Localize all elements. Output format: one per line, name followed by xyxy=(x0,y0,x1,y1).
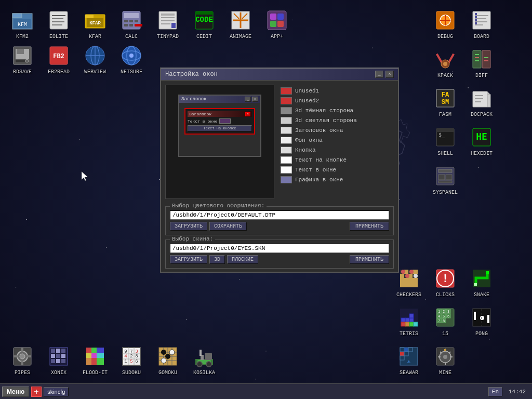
svg-rect-207 xyxy=(400,348,404,352)
desktop-icon-diff[interactable]: DIFF xyxy=(463,43,500,82)
desktop-icon-netsurf[interactable]: NETSURF xyxy=(113,39,150,78)
preview-button[interactable]: Текст на кнопке xyxy=(188,125,252,131)
svg-text:⚓: ⚓ xyxy=(407,360,410,365)
svg-point-147 xyxy=(169,350,175,355)
desktop-icon-snake[interactable]: SNAKE xyxy=(463,262,500,301)
svg-rect-176 xyxy=(401,318,405,322)
desktop-icon-floodit[interactable]: FLOOD-IT xyxy=(77,340,113,379)
desktop-icon-webview[interactable]: WEBVIEW xyxy=(77,39,113,78)
desktop-icon-mine[interactable]: MINE xyxy=(427,340,463,379)
color-item-window-bg[interactable]: Фон окна xyxy=(280,136,394,144)
skin-apply-button[interactable]: ПРИМЕНИТЬ xyxy=(350,255,389,264)
color-item-3d-dark[interactable]: 3d тёмная сторона xyxy=(280,107,394,115)
svg-rect-115 xyxy=(86,348,91,353)
desktop-icon-pipes[interactable]: PIPES xyxy=(4,340,41,379)
color-item-3d-light[interactable]: 3d светлая сторона xyxy=(280,116,394,125)
desktop-icon-kpack[interactable]: KPACK xyxy=(427,43,463,82)
svg-text:!: ! xyxy=(442,273,448,286)
svg-rect-118 xyxy=(86,353,91,358)
skin-flat-button[interactable]: ПЛОСКИЕ xyxy=(227,255,258,264)
color-swatch-window-bg xyxy=(281,137,292,144)
svg-rect-29 xyxy=(195,11,213,15)
svg-rect-72 xyxy=(473,50,481,68)
color-name-3d-light: 3d светлая сторона xyxy=(295,117,357,124)
svg-rect-39 xyxy=(277,21,284,27)
color-item-graphics[interactable]: Графика в окне xyxy=(280,176,394,184)
dialog-close-button[interactable]: × xyxy=(385,71,394,78)
desktop-icon-15[interactable]: 1 2 3 4 5 6 7 8 15 xyxy=(427,301,463,340)
skin-section-buttons: ЗАГРУЗИТЬ 3D ПЛОСКИЕ ПРИМЕНИТЬ xyxy=(170,255,389,264)
desktop-icon-sudoku[interactable]: 9 7 3 4 2 8 1 5 6 SUDOKU xyxy=(113,340,150,379)
desktop-icon-docpack[interactable]: DOCPACK xyxy=(463,82,500,121)
svg-rect-26 xyxy=(171,23,176,28)
desktop-icon-kosilka[interactable]: KOSILKA xyxy=(186,340,222,379)
skin-input[interactable] xyxy=(170,244,389,253)
fasm-label: FASM xyxy=(439,112,451,117)
color-save-button[interactable]: СОХРАНИТЬ xyxy=(209,222,247,231)
taskbar-language[interactable]: En xyxy=(488,387,502,396)
animage-label: ANIMAGE xyxy=(230,34,251,39)
skin-3d-button[interactable]: 3D xyxy=(209,255,225,264)
color-load-button[interactable]: ЗАГРУЗИТЬ xyxy=(170,222,207,231)
preview-outer-titlebar: Заголовок _ × xyxy=(179,96,260,103)
desktop-icon-rdsave[interactable]: RDSAVE xyxy=(4,39,41,78)
color-item-unused1[interactable]: Unused1 xyxy=(280,87,394,95)
desktop-icon-debug[interactable]: DEBUG xyxy=(427,4,463,43)
color-apply-button[interactable]: ПРИМЕНИТЬ xyxy=(350,222,389,231)
desktop-icon-animage[interactable]: ANIMAGE xyxy=(222,4,259,43)
tetris-icon xyxy=(396,305,421,330)
start-menu-button[interactable]: Меню xyxy=(2,387,29,397)
color-swatch-3d-light xyxy=(281,117,292,124)
taskbar-indicator[interactable] xyxy=(31,387,42,397)
desktop-icon-clicks[interactable]: ! CLICKS xyxy=(427,262,463,301)
color-section-label: Выбор цветового оформления: xyxy=(170,203,267,209)
color-item-button-text[interactable]: Текст на кнопке xyxy=(280,156,394,164)
desktop-icon-cedit[interactable]: CODE CEDIT xyxy=(186,4,222,43)
svg-rect-73 xyxy=(482,50,490,68)
desktop-icon-board[interactable]: BOARD xyxy=(463,4,500,43)
preview-min-btn[interactable]: _ xyxy=(245,97,251,102)
svg-rect-107 xyxy=(56,349,60,353)
sudoku-label: SUDOKU xyxy=(122,370,141,376)
svg-rect-120 xyxy=(97,353,104,358)
svg-text:CODE: CODE xyxy=(195,16,213,24)
svg-text:4: 4 xyxy=(124,354,127,359)
desktop-icon-fasm[interactable]: FA SM FASM xyxy=(427,82,463,121)
active-app-button[interactable]: skincfg xyxy=(44,387,69,396)
snake-icon xyxy=(469,266,494,291)
desktop-icon-tetris[interactable]: TETRIS xyxy=(391,301,427,340)
color-item-window-text[interactable]: Текст в окне xyxy=(280,166,394,174)
desktop-icon-gomoku[interactable]: GOMOKU xyxy=(150,340,186,379)
desktop-icon-fb2read[interactable]: FB2 FB2READ xyxy=(41,39,77,78)
svg-rect-111 xyxy=(61,354,65,358)
preview-inner-close-btn[interactable]: × xyxy=(245,112,250,116)
desktop-icon-hexedit[interactable]: HE HEXEDIT xyxy=(463,121,500,160)
color-item-title-bg[interactable]: Заголовок окна xyxy=(280,126,394,135)
gomoku-label: GOMOKU xyxy=(158,370,177,376)
skin-load-button[interactable]: ЗАГРУЗИТЬ xyxy=(170,255,207,264)
color-item-unused2[interactable]: Unused2 xyxy=(280,97,394,105)
desktop-icon-pong[interactable]: PONG xyxy=(463,301,500,340)
svg-rect-123 xyxy=(97,358,104,365)
desktop-icon-tinypad[interactable]: TINYPAD xyxy=(150,4,186,43)
desktop-icon-syspanel[interactable]: SYSPANEL xyxy=(427,160,463,199)
color-item-button[interactable]: Кнопка xyxy=(280,146,394,154)
dialog-minimize-button[interactable]: _ xyxy=(375,71,383,78)
svg-rect-210 xyxy=(400,352,404,356)
pipes-label: PIPES xyxy=(15,370,30,376)
svg-rect-102 xyxy=(27,355,31,357)
svg-rect-101 xyxy=(14,355,18,357)
desktop-icon-shell[interactable]: $_ SHELL xyxy=(427,121,463,160)
netsurf-label: NETSURF xyxy=(121,69,142,75)
desktop-icon-xonix[interactable]: XONIX xyxy=(41,340,77,379)
color-scheme-input[interactable] xyxy=(170,210,389,220)
preview-close-btn[interactable]: × xyxy=(252,97,258,102)
desktop-icon-seawar[interactable]: ⚓ SEAWAR xyxy=(391,340,427,379)
fb2read-icon: FB2 xyxy=(46,43,71,68)
shell-icon: $_ xyxy=(433,125,458,150)
pong-label: PONG xyxy=(475,331,488,337)
desktop-icon-appplus[interactable]: APP+ xyxy=(259,4,295,43)
cedit-label: CEDIT xyxy=(196,34,212,39)
color-swatch-title-bg xyxy=(281,127,292,134)
svg-rect-181 xyxy=(405,322,409,326)
